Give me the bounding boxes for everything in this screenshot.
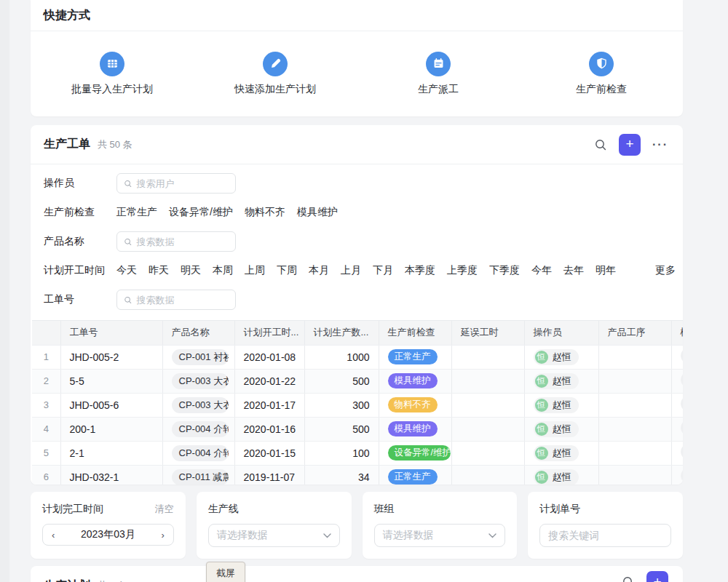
production-line-select[interactable]: 请选择数据 [208,524,340,547]
avatar: 恒 [535,399,548,412]
time-option[interactable]: 本周 [213,264,233,277]
col-order-no[interactable]: 工单号 [60,321,162,345]
filter-option[interactable]: 模具维护 [297,206,338,219]
operator-chip: 恒 赵恒 [534,445,579,461]
filter-option[interactable]: 物料不齐 [245,206,285,219]
page-left-gutter [0,0,9,582]
cell-status: 模具维护 [379,417,451,441]
cell-product: CP-001 衬衫 [162,345,234,369]
time-option[interactable]: 本季度 [405,264,435,277]
filter-label: 操作员 [44,177,116,190]
col-product[interactable]: 产品名称 [162,321,234,345]
month-stepper[interactable]: ‹ 2023年03月 › [42,524,174,546]
search-icon[interactable] [622,575,635,582]
team-card: 班组 请选择数据 [363,492,518,559]
table-row[interactable]: 3 JHD-005-6 CP-003 大衣 2020-01-17 300 物料不… [32,393,683,417]
col-start-date[interactable]: 计划开工时... [234,321,304,345]
cell-operator: 恒 赵恒 [524,417,598,441]
filter-row-plan-start: 计划开工时间 今天 昨天 明天 本周 上周 下周 本月 上月 下月 本季度 上季… [31,256,683,285]
cell-delay [451,417,524,441]
month-value: 2023年03月 [81,528,135,541]
col-status[interactable]: 生产前检查 [379,321,451,345]
cell-start-date: 2020-01-17 [234,393,304,417]
cell-qty: 100 [304,441,379,465]
time-option[interactable]: 下季度 [489,264,520,277]
calendar-icon [426,52,451,76]
chevron-left-icon[interactable]: ‹ [52,530,55,541]
shortcut-dispatch[interactable]: 生产派工 [357,52,520,96]
operator-chip: 恒 赵恒 [534,421,579,437]
avatar: 恒 [535,351,548,364]
table-header-row: 工单号 产品名称 计划开工时... 计划生产数... 生产前检查 延误工时 操作… [32,321,683,345]
add-button[interactable]: + [646,571,668,582]
table-row[interactable]: 4 200-1 CP-004 介轮 2020-01-16 500 模具维护 恒 … [32,417,683,441]
time-option[interactable]: 去年 [563,264,584,277]
row-index: 6 [32,465,60,485]
filter-row-order-no: 工单号 [31,285,683,314]
cell-clipped [671,465,683,485]
shortcut-quick-add[interactable]: 快速添加生产计划 [194,52,357,96]
cell-order-no: 5-5 [60,369,162,393]
cell-product: CP-003 大衣 [162,393,234,417]
operator-chip: 恒 赵恒 [534,349,579,365]
more-time-options[interactable]: 更多 [655,264,676,277]
col-index [32,321,60,345]
cell-product: CP-004 介轮 [162,441,234,465]
cell-clipped [671,393,683,417]
clipped-tag [681,468,684,484]
filter-label: 生产前检查 [44,206,116,219]
time-option[interactable]: 明年 [596,264,616,277]
card-label: 计划单号 [539,503,580,516]
time-option[interactable]: 下周 [277,264,297,277]
shortcut-pre-check[interactable]: 生产前检查 [520,52,683,96]
product-name-search-input[interactable] [116,231,236,252]
clipped-tag [681,348,684,364]
table-row[interactable]: 5 2-1 CP-004 介轮 2020-01-15 100 设备异常/维护 恒… [32,441,683,465]
filter-option[interactable]: 设备异常/维护 [169,206,233,219]
shortcut-batch-import[interactable]: 批量导入生产计划 [31,52,194,96]
time-option[interactable]: 今年 [531,264,552,277]
grid-icon [100,52,124,76]
cell-product: CP-003 大衣 [162,369,234,393]
col-delay[interactable]: 延误工时 [451,321,524,345]
filter-row-product-name: 产品名称 [31,227,683,256]
clear-button[interactable]: 清空 [155,503,174,516]
time-option[interactable]: 上季度 [447,264,478,277]
table-row[interactable]: 1 JHD-005-2 CP-001 衬衫 2020-01-08 1000 正常… [32,345,683,369]
cell-order-no: JHD-005-6 [60,393,162,417]
col-qty[interactable]: 计划生产数... [304,321,379,345]
col-clipped[interactable]: 模具 [671,321,683,345]
col-process[interactable]: 产品工序 [598,321,671,345]
time-option[interactable]: 下月 [373,264,393,277]
shortcuts-title: 快捷方式 [44,8,90,23]
cell-status: 设备异常/维护 [379,441,451,465]
shortcut-label: 生产前检查 [576,83,627,96]
time-option[interactable]: 昨天 [149,264,169,277]
chevron-right-icon[interactable]: › [161,530,164,541]
work-orders-title: 生产工单 [44,137,90,152]
time-option[interactable]: 上周 [245,264,265,277]
cell-status: 正常生产 [379,345,451,369]
time-option[interactable]: 上月 [341,264,361,277]
table-row[interactable]: 2 5-5 CP-003 大衣 2020-01-22 500 模具维护 恒 赵恒 [32,369,683,393]
table-row[interactable]: 6 JHD-032-1 CP-011 减震器 2019-11-07 34 正常生… [32,465,683,485]
clipped-tag [681,372,684,388]
cell-qty: 500 [304,417,379,441]
time-option[interactable]: 今天 [116,264,137,277]
filter-option[interactable]: 正常生产 [116,206,157,219]
time-option[interactable]: 明天 [181,264,201,277]
order-no-search-input[interactable] [116,290,236,310]
cell-order-no: JHD-005-2 [60,345,162,369]
plan-no-input[interactable] [539,524,671,547]
plan-no-card: 计划单号 [528,492,683,559]
status-badge: 模具维护 [388,421,438,436]
avatar: 恒 [535,447,548,460]
time-option[interactable]: 本月 [309,264,329,277]
operator-search-input[interactable] [116,173,236,194]
search-icon[interactable] [594,138,607,151]
add-button[interactable]: + [619,134,641,156]
more-menu-button[interactable]: ··· [652,138,668,151]
screenshot-tooltip[interactable]: 截屏 [206,562,245,582]
team-select[interactable]: 请选择数据 [374,524,506,547]
col-operator[interactable]: 操作员 [524,321,598,345]
